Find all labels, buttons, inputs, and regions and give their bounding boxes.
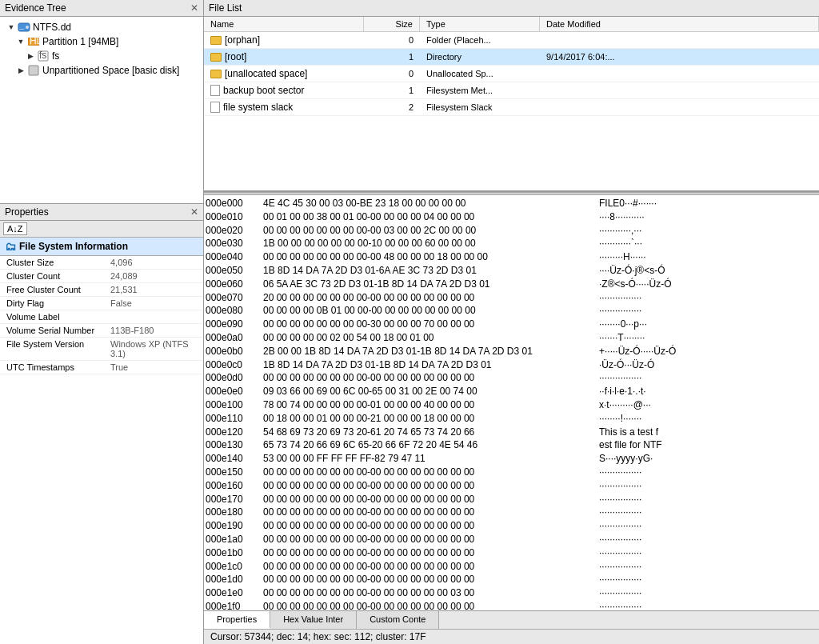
evidence-tree-close-button[interactable]: ✕ [190,2,198,14]
hex-addr: 000e000 [206,197,263,210]
file-cell-date [540,73,819,74]
file-list-columns: Name Size Type Date Modified [204,17,819,32]
hex-row-24: 000e19000 00 00 00 00 00 00 00-00 00 00 … [206,519,817,533]
hex-row-3: 000e0301B 00 00 00 00 00 00 00-10 00 00 … [206,237,817,250]
col-header-name[interactable]: Name [204,17,364,31]
properties-close-button[interactable]: ✕ [190,206,198,218]
hex-addr: 000e020 [206,224,263,238]
hex-row-5: 000e0501B 8D 14 DA 7A 2D D3 01-6A AE 3C … [206,264,817,278]
hex-ascii: ················ [599,371,641,385]
bottom-tab-2[interactable]: Custom Conte [357,611,439,629]
file-row-4[interactable]: file system slack 2 Filesystem Slack [204,99,819,116]
svg-rect-2 [19,29,24,30]
hex-addr: 000e110 [206,412,263,426]
hex-addr: 000e0e0 [206,385,263,398]
hex-bytes: 00 01 00 00 38 00 01 00-00 00 00 00 04 0… [263,210,599,224]
tree-label-unpartitioned: Unpartitioned Space [basic disk] [42,65,179,76]
hex-addr: 000e130 [206,438,263,452]
tree-item-ntfs[interactable]: ▼ NTFS.dd [0,20,203,34]
hex-bytes: 00 00 00 00 00 00 00 00-00 00 00 00 00 0… [263,560,599,574]
file-cell-size: 2 [364,102,420,113]
hex-row-13: 000e0d000 00 00 00 00 00 00 00-00 00 00 … [206,371,817,385]
unpartitioned-icon [27,65,40,76]
props-sort-az-button[interactable]: A↓Z [3,222,27,235]
hex-bytes: 00 00 00 00 00 00 00 00-00 00 00 00 00 0… [263,479,599,493]
hex-addr: 000e1b0 [206,546,263,560]
hex-bytes: 20 00 00 00 00 00 00 00-00 00 00 00 00 0… [263,291,599,305]
file-icon [210,85,220,96]
file-cell-name: [unallocated space] [204,67,364,80]
file-row-2[interactable]: [unallocated space] 0 Unallocated Sp... [204,66,819,82]
hex-ascii: ················ [599,533,641,546]
expand-icon-ntfs: ▼ [6,22,16,32]
hex-addr: 000e120 [206,426,263,439]
hex-addr: 000e080 [206,304,263,318]
file-system-info-section: 🗂 File System Information [0,238,203,256]
file-name: file system slack [223,102,293,113]
hex-row-8: 000e08000 00 00 00 0B 01 00 00-00 00 00 … [206,304,817,318]
hex-addr: 000e030 [206,237,263,250]
props-content: 🗂 File System Information Cluster Size4,… [0,238,203,644]
col-header-size[interactable]: Size [364,17,420,31]
file-name: [root] [225,51,246,62]
props-table: Cluster Size4,096Cluster Count24,089Free… [0,256,203,374]
hex-addr: 000e050 [206,264,263,278]
bottom-tab-0[interactable]: Properties [204,611,270,629]
props-row-6: File System VersionWindows XP (NTFS 3.1) [0,338,203,361]
hex-bytes: 54 68 69 73 20 69 73 20-61 20 74 65 73 7… [263,426,599,439]
file-row-0[interactable]: [orphan] 0 Folder (Placeh... [204,32,819,49]
hex-ascii: ················ [599,304,641,318]
col-header-type[interactable]: Type [420,17,540,31]
file-cell-type: Unallocated Sp... [420,68,540,79]
hex-addr: 000e190 [206,519,263,533]
file-cell-type: Directory [420,51,540,62]
hex-row-22: 000e17000 00 00 00 00 00 00 00-00 00 00 … [206,493,817,506]
hex-addr: 000e1e0 [206,586,263,600]
hex-bytes: 00 00 00 00 00 00 00 00-00 00 00 00 00 0… [263,573,599,586]
bottom-tabs: PropertiesHex Value InterCustom Conte [204,610,819,629]
hex-row-7: 000e07020 00 00 00 00 00 00 00-00 00 00 … [206,291,817,305]
col-header-date[interactable]: Date Modified [540,17,819,31]
hex-ascii: S····yyyy·yG· [599,452,653,466]
prop-value: 24,089 [104,270,203,283]
prop-value: True [104,361,203,374]
hex-row-16: 000e11000 18 00 00 01 00 00 00-21 00 00 … [206,412,817,426]
props-row-4: Volume Label [0,310,203,324]
bottom-tab-1[interactable]: Hex Value Inter [270,611,357,629]
hex-row-10: 000e0a000 00 00 00 00 02 00 54 00 18 00 … [206,331,817,345]
hex-addr: 000e1d0 [206,573,263,586]
folder-icon [210,36,222,45]
hex-bytes: 00 00 00 00 00 00 00 00-00 00 00 00 00 0… [263,546,599,560]
hex-row-19: 000e14053 00 00 00 FF FF FF FF-82 79 47 … [206,452,817,466]
props-toolbar: A↓Z [0,221,203,238]
hex-content[interactable]: 000e0004E 4C 45 30 00 03 00-BE 23 18 00 … [204,195,819,610]
file-system-info-label: File System Information [19,241,128,252]
hex-bytes: 00 00 00 00 0B 01 00 00-00 00 00 00 00 0… [263,304,599,318]
props-row-5: Volume Serial Number113B-F180 [0,324,203,338]
hex-ascii: ····8··········· [599,210,645,224]
hex-bytes: 06 5A AE 3C 73 2D D3 01-1B 8D 14 DA 7A 2… [263,278,599,291]
hex-addr: 000e160 [206,479,263,493]
file-row-3[interactable]: backup boot sector 1 Filesystem Met... [204,82,819,99]
tree-item-fs[interactable]: ▶ fs fs [0,49,203,63]
hex-ascii: ·······T········ [599,331,645,345]
tree-label-partition1: Partition 1 [94MB] [42,36,118,47]
file-row-1[interactable]: [root] 1 Directory 9/14/2017 6:04:... [204,49,819,66]
expand-icon-fs: ▶ [26,51,35,61]
file-cell-type: Filesystem Slack [420,102,540,113]
hex-bytes: 53 00 00 00 FF FF FF FF-82 79 47 11 [263,452,599,466]
hex-addr: 000e090 [206,318,263,331]
file-list-panel: File List Name Size Type Date Modified [… [204,0,819,192]
tree-item-partition1[interactable]: ▼ HD Partition 1 [94MB] [0,34,203,49]
hex-bytes: 2B 00 00 1B 8D 14 DA 7A 2D D3 01-1B 8D 1… [263,345,599,358]
hex-row-14: 000e0e009 03 66 00 69 00 6C 00-65 00 31 … [206,385,817,398]
file-cell-date: 9/14/2017 6:04:... [540,51,819,62]
hex-addr: 000e150 [206,466,263,479]
hex-row-20: 000e15000 00 00 00 00 00 00 00-00 00 00 … [206,466,817,479]
tree-item-unpartitioned[interactable]: ▶ Unpartitioned Space [basic disk] [0,63,203,78]
prop-label: UTC Timestamps [0,361,104,374]
prop-value: 21,531 [104,283,203,297]
file-cell-name: [root] [204,50,364,63]
prop-label: Dirty Flag [0,297,104,310]
hex-row-1: 000e01000 01 00 00 38 00 01 00-00 00 00 … [206,210,817,224]
